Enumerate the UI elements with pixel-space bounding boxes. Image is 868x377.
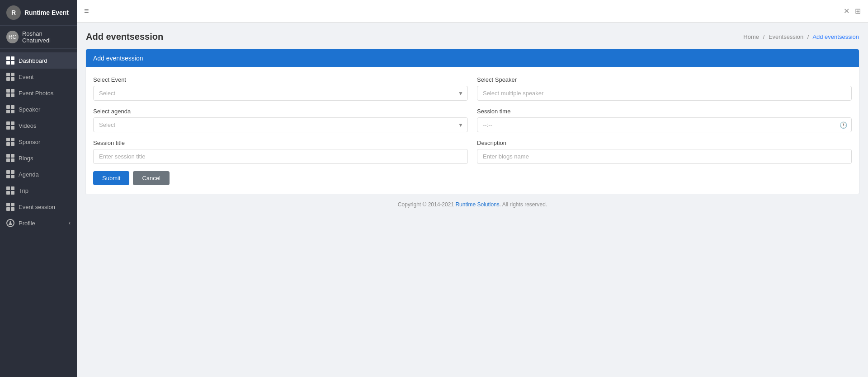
sidebar-item-agenda[interactable]: Agenda — [0, 166, 77, 182]
blogs-icon — [6, 154, 14, 162]
footer-suffix: . All rights reserved. — [500, 201, 547, 208]
session-title-label: Session title — [93, 140, 468, 146]
breadcrumb: Home / Eventsession / Add eventsession — [743, 33, 859, 40]
description-label: Description — [477, 140, 852, 146]
select-speaker-input[interactable] — [477, 86, 852, 101]
card-header: Add eventsession — [86, 49, 859, 67]
top-bar-actions: ✕ ⊞ — [844, 7, 861, 15]
form-group-speaker: Select Speaker — [477, 76, 852, 101]
page-title: Add eventsession — [86, 32, 163, 42]
app-name: Runtime Event — [24, 9, 69, 16]
event-session-icon — [6, 203, 14, 211]
footer-copyright: Copyright © 2014-2021 — [398, 201, 456, 208]
sidebar-item-label: Dashboard — [19, 57, 47, 64]
dashboard-icon — [6, 56, 14, 65]
sidebar-item-label: Blogs — [19, 155, 33, 162]
trip-icon — [6, 186, 14, 195]
session-time-input[interactable] — [477, 117, 852, 132]
sponsor-icon — [6, 138, 14, 146]
app-logo: R — [6, 5, 21, 20]
sidebar-item-speaker[interactable]: Speaker — [0, 101, 77, 117]
submit-button[interactable]: Submit — [93, 171, 129, 185]
footer: Copyright © 2014-2021 Runtime Solutions.… — [86, 194, 859, 215]
form-group-agenda: Select agenda Select ▼ — [93, 108, 468, 132]
event-icon — [6, 73, 14, 81]
session-time-label: Session time — [477, 108, 852, 115]
form-row-1: Select Event Select ▼ Select Speaker — [93, 76, 852, 101]
hamburger-icon[interactable]: ≡ — [84, 6, 89, 16]
select-event-wrapper: Select ▼ — [93, 86, 468, 101]
content-area: Add eventsession Home / Eventsession / A… — [77, 23, 868, 377]
session-time-wrapper: 🕐 — [477, 117, 852, 132]
collapse-icon[interactable]: ‹ — [69, 220, 71, 226]
breadcrumb-current: Add eventsession — [812, 33, 859, 40]
event-photos-icon — [6, 89, 14, 97]
sidebar-item-videos[interactable]: Videos — [0, 117, 77, 134]
form-group-event: Select Event Select ▼ — [93, 76, 468, 101]
sidebar-item-blogs[interactable]: Blogs — [0, 150, 77, 166]
form-row-2: Select agenda Select ▼ Session time 🕐 — [93, 108, 852, 132]
select-agenda-wrapper: Select ▼ — [93, 117, 468, 132]
speaker-icon — [6, 105, 14, 113]
sidebar-item-event-photos[interactable]: Event Photos — [0, 85, 77, 101]
sidebar-header: R Runtime Event — [0, 0, 77, 26]
videos-icon — [6, 121, 14, 130]
clock-icon[interactable]: 🕐 — [840, 121, 847, 129]
sidebar-item-event-session[interactable]: Event session — [0, 199, 77, 215]
sidebar-item-label: Agenda — [19, 171, 39, 178]
form-row-3: Session title Description — [93, 140, 852, 164]
main-area: ≡ ✕ ⊞ Add eventsession Home / Eventsessi… — [77, 0, 868, 377]
sidebar-item-dashboard[interactable]: Dashboard — [0, 52, 77, 69]
sidebar-item-label: Event Photos — [19, 90, 53, 97]
sidebar-item-trip[interactable]: Trip — [0, 182, 77, 199]
sidebar-item-label: Event session — [19, 204, 55, 210]
select-speaker-label: Select Speaker — [477, 76, 852, 83]
form-group-description: Description — [477, 140, 852, 164]
breadcrumb-eventsession[interactable]: Eventsession — [769, 33, 803, 40]
sidebar-item-label: Trip — [19, 187, 28, 194]
select-agenda-label: Select agenda — [93, 108, 468, 115]
sidebar-nav: Dashboard Event Event Photos Speaker Vid… — [0, 49, 77, 377]
sidebar-item-event[interactable]: Event — [0, 69, 77, 85]
profile-label: Profile — [19, 220, 35, 227]
select-event-label: Select Event — [93, 76, 468, 83]
select-agenda-dropdown[interactable]: Select — [93, 117, 468, 132]
form-actions: Submit Cancel — [93, 171, 852, 185]
sidebar-item-sponsor[interactable]: Sponsor — [0, 134, 77, 150]
sidebar-item-label: Speaker — [19, 106, 40, 113]
user-name: Roshan Chaturvedi — [22, 30, 71, 44]
session-title-input[interactable] — [93, 149, 468, 164]
form-group-session-time: Session time 🕐 — [477, 108, 852, 132]
profile-icon — [6, 219, 14, 227]
sidebar: R Runtime Event RC Roshan Chaturvedi Das… — [0, 0, 77, 377]
svg-point-0 — [9, 221, 11, 223]
agenda-icon — [6, 170, 14, 178]
breadcrumb-home[interactable]: Home — [743, 33, 759, 40]
user-profile-section: RC Roshan Chaturvedi — [0, 26, 77, 49]
description-input[interactable] — [477, 149, 852, 164]
sidebar-item-label: Videos — [19, 122, 37, 129]
sidebar-item-label: Sponsor — [19, 139, 40, 145]
footer-company-link[interactable]: Runtime Solutions — [455, 201, 499, 208]
cancel-button[interactable]: Cancel — [133, 171, 169, 185]
avatar: RC — [6, 31, 19, 43]
page-header: Add eventsession Home / Eventsession / A… — [86, 32, 859, 42]
card-body: Select Event Select ▼ Select Speaker — [86, 67, 859, 194]
top-bar: ≡ ✕ ⊞ — [77, 0, 868, 23]
sidebar-item-profile[interactable]: Profile ‹ — [0, 215, 77, 231]
form-card: Add eventsession Select Event Select ▼ — [86, 49, 859, 194]
select-event-dropdown[interactable]: Select — [93, 86, 468, 101]
minimize-icon[interactable]: ✕ — [844, 7, 849, 15]
grid-view-icon[interactable]: ⊞ — [855, 7, 861, 15]
sidebar-item-label: Event — [19, 74, 33, 80]
form-group-session-title: Session title — [93, 140, 468, 164]
